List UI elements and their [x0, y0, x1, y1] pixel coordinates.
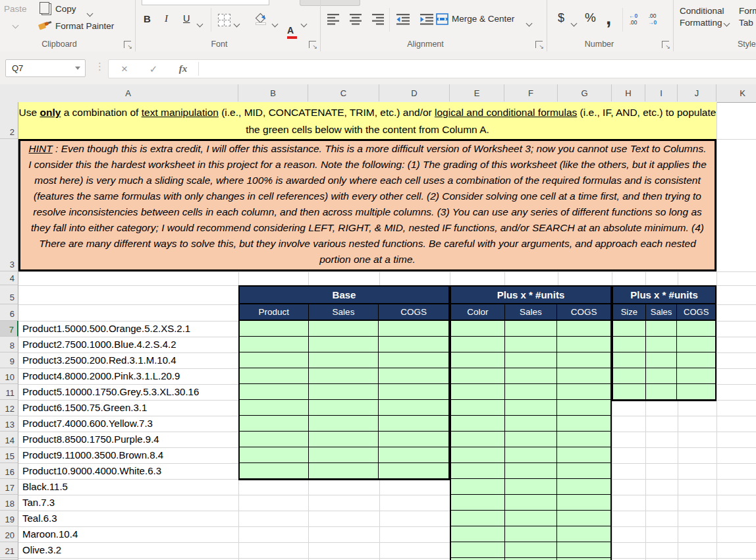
green-cell[interactable] [240, 352, 309, 368]
column-header-A[interactable]: A [18, 84, 238, 101]
alignment-dialog-launcher-icon[interactable]: ↘ [535, 41, 543, 48]
green-cell[interactable] [557, 479, 610, 495]
column-header-K[interactable]: K [716, 84, 756, 101]
green-cell[interactable] [557, 463, 610, 479]
row-number-20[interactable]: 20 [0, 526, 18, 542]
green-cell[interactable] [451, 384, 505, 400]
green-cell[interactable] [240, 447, 309, 463]
borders-dropdown-icon[interactable] [234, 18, 239, 30]
green-cell[interactable] [240, 463, 309, 479]
underline-button[interactable]: U [183, 13, 190, 24]
increase-decimal-button[interactable]: ←0 .00 [629, 13, 637, 26]
green-cell[interactable] [557, 542, 610, 558]
green-cell[interactable] [451, 337, 505, 352]
name-box-dropdown-icon[interactable] [75, 67, 80, 70]
green-cell[interactable] [309, 337, 379, 352]
green-cell[interactable] [557, 432, 610, 447]
formula-input[interactable] [205, 60, 732, 78]
underline-dropdown-icon[interactable] [198, 18, 202, 30]
currency-dropdown-icon[interactable] [572, 17, 576, 29]
green-cell[interactable] [309, 416, 379, 432]
green-cell[interactable] [557, 337, 610, 352]
green-cell[interactable] [505, 352, 558, 368]
green-cell[interactable] [613, 352, 646, 368]
row-number-6[interactable]: 6 [0, 304, 18, 321]
green-cell[interactable] [505, 384, 558, 400]
column-header-C[interactable]: C [308, 84, 379, 101]
green-cell[interactable] [309, 463, 379, 479]
column-header-D[interactable]: D [379, 84, 450, 101]
row-number-21[interactable]: 21 [0, 542, 18, 558]
row-number-18[interactable]: 18 [0, 495, 18, 511]
green-cell[interactable] [451, 432, 505, 447]
green-cell[interactable] [451, 352, 505, 368]
green-cell[interactable] [451, 511, 505, 526]
green-cell[interactable] [379, 432, 448, 447]
increase-indent-icon[interactable] [420, 14, 435, 28]
copy-icon[interactable] [40, 3, 53, 16]
green-cell[interactable] [240, 400, 309, 416]
green-cell[interactable] [613, 321, 646, 337]
green-cell[interactable] [451, 321, 505, 337]
green-cell[interactable] [451, 479, 505, 495]
green-cell[interactable] [646, 368, 678, 384]
green-cell[interactable] [646, 384, 678, 400]
green-cell[interactable] [309, 447, 379, 463]
green-cell[interactable] [240, 321, 309, 337]
green-cell[interactable] [557, 368, 610, 384]
green-cell[interactable] [677, 337, 715, 352]
percent-style-button[interactable]: % [585, 11, 596, 25]
green-cell[interactable] [379, 368, 448, 384]
green-cell[interactable] [505, 511, 558, 526]
column-header-F[interactable]: F [504, 84, 558, 101]
italic-button[interactable]: I [165, 13, 168, 24]
green-cell[interactable] [505, 416, 558, 432]
align-center-icon[interactable] [350, 14, 363, 28]
number-dialog-launcher-icon[interactable]: ↘ [662, 41, 669, 48]
col-a-cell-20[interactable]: Maroon.10.4 [18, 526, 238, 542]
row-number-16[interactable]: 16 [0, 463, 18, 479]
green-cell[interactable] [505, 432, 558, 447]
green-cell[interactable] [505, 495, 558, 511]
row-number-3[interactable]: 3 [0, 139, 18, 271]
name-box[interactable]: Q7 [5, 59, 86, 77]
clipboard-dialog-launcher-icon[interactable]: ↘ [124, 41, 131, 48]
green-cell[interactable] [557, 511, 610, 526]
green-cell[interactable] [505, 479, 558, 495]
green-cell[interactable] [646, 321, 678, 337]
conditional-formatting-button[interactable]: Conditional Formatting [680, 6, 729, 28]
col-a-cell-17[interactable]: Black.11.5 [18, 479, 238, 495]
green-cell[interactable] [557, 416, 610, 432]
green-cell[interactable] [505, 321, 558, 337]
green-cell[interactable] [505, 526, 558, 542]
green-cell[interactable] [646, 352, 678, 368]
fill-color-icon[interactable] [256, 14, 266, 22]
green-cell[interactable] [677, 321, 715, 337]
col-a-cell-12[interactable]: Product6.1500.75.Green.3.1 [18, 400, 238, 416]
column-header-G[interactable]: G [558, 84, 612, 101]
instruction-banner-cell[interactable]: Use only a combination of text manipulat… [18, 102, 716, 139]
row-number-13[interactable]: 13 [0, 416, 18, 432]
green-cell[interactable] [309, 321, 379, 337]
green-cell[interactable] [240, 416, 309, 432]
green-cell[interactable] [505, 400, 558, 416]
paste-dropdown-icon[interactable] [13, 22, 19, 29]
row-number-9[interactable]: 9 [0, 352, 18, 368]
decrease-indent-icon[interactable] [396, 14, 411, 28]
green-cell[interactable] [240, 384, 309, 400]
col-a-cell-9[interactable]: Product3.2500.200.Red.3.1.M.10.4 [18, 352, 238, 368]
col-a-cell-15[interactable]: Product9.11000.3500.Brown.8.4 [18, 447, 238, 463]
green-cell[interactable] [451, 542, 505, 558]
fill-color-dropdown-icon[interactable] [273, 18, 277, 30]
col-a-cell-18[interactable]: Tan.7.3 [18, 495, 238, 511]
green-cell[interactable] [309, 352, 379, 368]
hint-cell[interactable]: HINT : Even though this is extra credit,… [18, 139, 716, 271]
row-number-7[interactable]: 7 [0, 321, 18, 337]
green-cell[interactable] [557, 384, 610, 400]
col-a-cell-11[interactable]: Product5.10000.1750.Grey.5.3.XL.30.16 [18, 384, 238, 400]
formula-bar-grip-icon[interactable]: ⋮ [95, 61, 105, 72]
column-header-E[interactable]: E [450, 84, 504, 101]
green-cell[interactable] [379, 337, 448, 352]
green-cell[interactable] [505, 542, 558, 558]
green-cell[interactable] [379, 321, 448, 337]
